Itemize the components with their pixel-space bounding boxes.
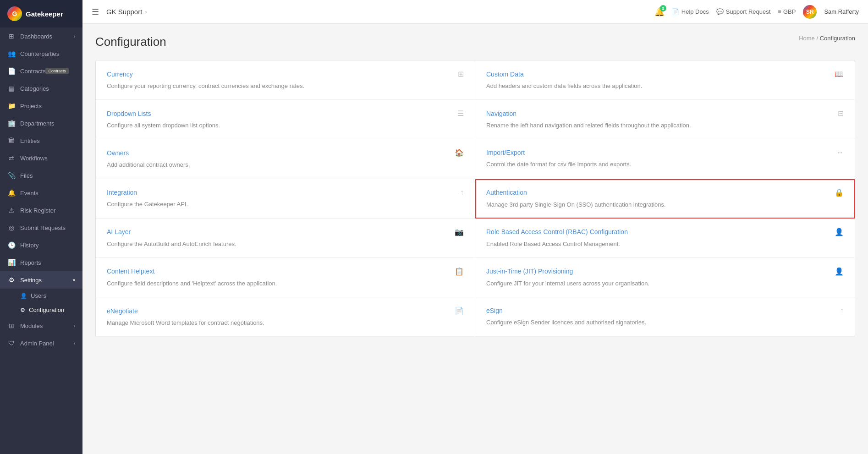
sidebar-item-admin-panel[interactable]: 🛡 Admin Panel › (0, 334, 82, 352)
sidebar-item-risk-register[interactable]: ⚠ Risk Register (0, 202, 82, 219)
rbac-title[interactable]: Role Based Access Control (RBAC) Configu… (486, 228, 628, 235)
dropdown-lists-desc: Configure all system dropdown list optio… (107, 121, 464, 130)
custom-data-title[interactable]: Custom Data (486, 71, 524, 78)
content-helptext-title[interactable]: Content Helptext (107, 268, 154, 275)
sidebar-item-entities[interactable]: 🏛 Entities (0, 132, 82, 149)
config-card-content-helptext[interactable]: Content Helptext 📋 Configure field descr… (96, 258, 475, 297)
user-name: Sam Rafferty (824, 8, 859, 15)
config-card-navigation[interactable]: Navigation ⊟ Rename the left hand naviga… (475, 100, 855, 139)
sidebar-item-label: Entities (20, 137, 40, 144)
modules-icon: ⊞ (7, 322, 16, 330)
workspace-chevron-icon: › (145, 9, 147, 15)
owners-desc: Add additional contract owners. (107, 161, 464, 169)
esign-icon: ↑ (840, 306, 844, 315)
breadcrumb-home[interactable]: Home (799, 35, 815, 42)
reports-icon: 📊 (7, 258, 16, 267)
admin-panel-icon: 🛡 (7, 339, 16, 347)
entities-icon: 🏛 (7, 137, 16, 145)
notifications-button[interactable]: 🔔 2 (654, 7, 665, 17)
currency-title[interactable]: Currency (107, 71, 133, 78)
sidebar-item-departments[interactable]: 🏢 Departments (0, 115, 82, 132)
sidebar-item-dashboards[interactable]: ⊞ Dashboards › (0, 27, 82, 45)
chevron-down-icon: ▾ (73, 278, 75, 283)
help-docs-button[interactable]: 📄 Help Docs (672, 8, 709, 15)
history-icon: 🕒 (7, 241, 16, 249)
sidebar-item-modules[interactable]: ⊞ Modules › (0, 317, 82, 334)
logo[interactable]: G Gatekeeper (0, 0, 82, 27)
config-card-import-export[interactable]: Import/Export ↔ Control the date format … (475, 139, 855, 179)
card-header: eSign ↑ (486, 306, 844, 315)
config-card-owners[interactable]: Owners 🏠 Add additional contract owners. (96, 139, 475, 179)
jit-icon: 👤 (835, 267, 844, 276)
custom-data-desc: Add headers and custom data fields acros… (486, 82, 844, 90)
config-card-custom-data[interactable]: Custom Data 📖 Add headers and custom dat… (475, 60, 855, 100)
ai-layer-desc: Configure the AutoBuild and AutoEnrich f… (107, 240, 464, 248)
config-card-ai-layer[interactable]: AI Layer 📷 Configure the AutoBuild and A… (96, 219, 475, 258)
currency-desc: Configure your reporting currency, contr… (107, 82, 464, 90)
config-card-currency[interactable]: Currency ⊞ Configure your reporting curr… (96, 60, 475, 100)
custom-data-icon: 📖 (835, 70, 844, 78)
config-card-integration[interactable]: Integration ↑ Configure the Gatekeeper A… (96, 179, 475, 219)
config-card-enegotiate[interactable]: eNegotiate 📄 Manage Microsoft Word templ… (96, 297, 475, 337)
user-icon: 👤 (20, 293, 27, 299)
submit-requests-icon: ◎ (7, 224, 16, 232)
sidebar-item-events[interactable]: 🔔 Events (0, 184, 82, 202)
card-header: Dropdown Lists ☰ (107, 109, 464, 118)
sidebar-item-label: Admin Panel (20, 340, 54, 347)
sidebar-item-categories[interactable]: ▤ Categories (0, 80, 82, 97)
sidebar-sub-item-users[interactable]: 👤 Users (0, 289, 82, 303)
sidebar-item-reports[interactable]: 📊 Reports (0, 254, 82, 271)
enegotiate-title[interactable]: eNegotiate (107, 307, 138, 315)
sidebar-item-submit-requests[interactable]: ◎ Submit Requests (0, 219, 82, 236)
config-card-authentication[interactable]: Authentication 🔒 Manage 3rd party Single… (475, 179, 855, 219)
sidebar-sub-item-configuration[interactable]: ⚙ Configuration (0, 303, 82, 317)
support-request-button[interactable]: 💬 Support Request (716, 8, 771, 15)
config-card-jit-provisioning[interactable]: Just-in-Time (JIT) Provisioning 👤 Config… (475, 258, 855, 297)
owners-title[interactable]: Owners (107, 149, 129, 157)
sidebar-nav: ⊞ Dashboards › 👥 Counterparties 📄 Contra… (0, 27, 82, 454)
sidebar-item-settings[interactable]: ⚙ Settings ▾ (0, 271, 82, 289)
dropdown-lists-title[interactable]: Dropdown Lists (107, 110, 151, 117)
sidebar-item-label: Departments (20, 120, 54, 127)
sidebar-item-label: Files (20, 172, 33, 179)
contracts-icon: 📄 (7, 67, 16, 75)
card-header: Role Based Access Control (RBAC) Configu… (486, 228, 844, 236)
esign-title[interactable]: eSign (486, 307, 503, 314)
content-helptext-desc: Configure field descriptions and 'Helpte… (107, 279, 464, 288)
currency-icon: ≡ (778, 8, 781, 15)
navigation-icon: ⊟ (838, 109, 844, 118)
sidebar-item-contracts[interactable]: 📄 Contracts Contracts (0, 62, 82, 80)
integration-title[interactable]: Integration (107, 189, 137, 196)
import-export-title[interactable]: Import/Export (486, 149, 525, 156)
currency-selector[interactable]: ≡ GBP (778, 8, 796, 15)
help-docs-icon: 📄 (672, 8, 679, 15)
config-card-esign[interactable]: eSign ↑ Configure eSign Sender licences … (475, 297, 855, 337)
projects-icon: 📁 (7, 102, 16, 110)
topbar-workspace: GK Support › (106, 8, 149, 16)
sidebar-item-files[interactable]: 📎 Files (0, 167, 82, 184)
sidebar-item-counterparties[interactable]: 👥 Counterparties (0, 45, 82, 62)
chevron-right-icon-2: › (74, 323, 75, 328)
config-card-dropdown-lists[interactable]: Dropdown Lists ☰ Configure all system dr… (96, 100, 475, 139)
config-card-rbac[interactable]: Role Based Access Control (RBAC) Configu… (475, 219, 855, 258)
categories-icon: ▤ (7, 84, 16, 93)
authentication-title[interactable]: Authentication (486, 189, 527, 196)
card-header: AI Layer 📷 (107, 228, 464, 236)
ai-layer-title[interactable]: AI Layer (107, 228, 131, 235)
topbar: ☰ GK Support › 🔔 2 📄 Help Docs 💬 Support… (82, 0, 868, 24)
sidebar-item-label: Workflows (20, 155, 48, 162)
sidebar-item-label: Counterparties (20, 50, 59, 57)
sidebar-item-label: Events (20, 190, 38, 197)
card-header: Custom Data 📖 (486, 70, 844, 78)
settings-icon: ⚙ (7, 276, 16, 284)
content-helptext-icon: 📋 (455, 267, 464, 276)
sidebar-item-workflows[interactable]: ⇄ Workflows (0, 149, 82, 167)
card-header: Currency ⊞ (107, 70, 464, 78)
currency-icon: ⊞ (458, 70, 464, 78)
navigation-title[interactable]: Navigation (486, 110, 516, 117)
sidebar-item-projects[interactable]: 📁 Projects (0, 97, 82, 115)
import-export-icon: ↔ (836, 148, 844, 157)
sidebar-item-history[interactable]: 🕒 History (0, 236, 82, 254)
hamburger-menu-button[interactable]: ☰ (92, 7, 99, 17)
jit-provisioning-title[interactable]: Just-in-Time (JIT) Provisioning (486, 268, 573, 275)
